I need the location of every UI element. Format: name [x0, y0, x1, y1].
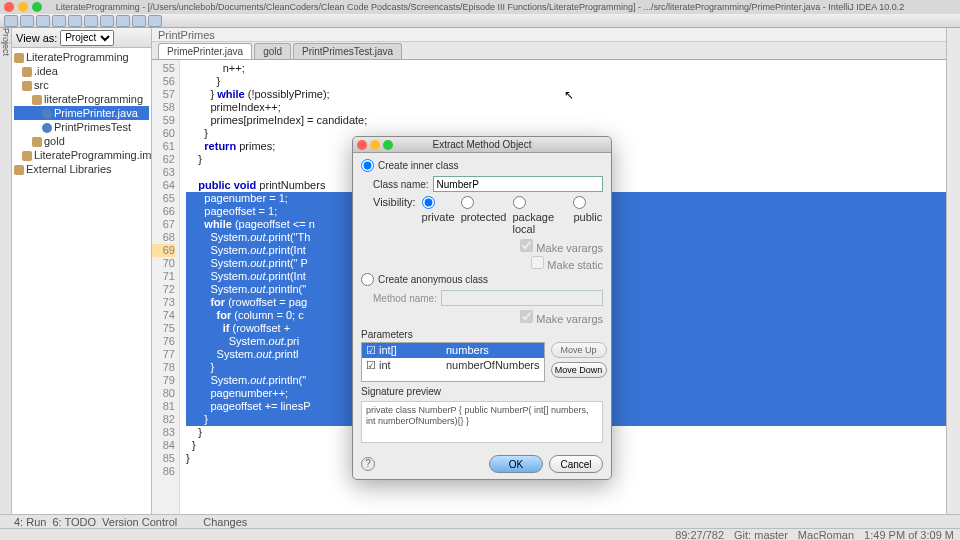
- line-number: 73: [152, 296, 175, 309]
- close-icon[interactable]: [4, 2, 14, 12]
- breadcrumb-item[interactable]: PrintPrimes: [158, 29, 215, 41]
- tree-item[interactable]: src: [14, 78, 149, 92]
- parameters-list[interactable]: ☑ int[]numbers☑ intnumberOfNumbers: [361, 342, 545, 382]
- main-toolbar: [0, 14, 960, 28]
- breadcrumbs[interactable]: PrintPrimes: [152, 28, 946, 42]
- visibility-public-radio[interactable]: [573, 196, 586, 209]
- toolbar-button[interactable]: [36, 15, 50, 27]
- line-number: 77: [152, 348, 175, 361]
- toolbar-button[interactable]: [4, 15, 18, 27]
- toolbar-button[interactable]: [116, 15, 130, 27]
- signature-preview-label: Signature preview: [361, 386, 603, 397]
- make-static-checkbox: [531, 256, 544, 269]
- toolbar-button[interactable]: [148, 15, 162, 27]
- toolbar-button[interactable]: [52, 15, 66, 27]
- editor-tab[interactable]: gold: [254, 43, 291, 59]
- line-number: 71: [152, 270, 175, 283]
- visibility-private-radio[interactable]: [422, 196, 435, 209]
- create-anonymous-class-radio[interactable]: [361, 273, 374, 286]
- create-inner-class-radio[interactable]: [361, 159, 374, 172]
- line-number: 85: [152, 452, 175, 465]
- parameter-row[interactable]: ☑ intnumberOfNumbers: [362, 358, 544, 373]
- method-name-input: [441, 290, 603, 306]
- toolbar-button[interactable]: [20, 15, 34, 27]
- line-number: 80: [152, 387, 175, 400]
- tree-item-label: literateProgramming: [44, 93, 143, 105]
- mouse-cursor-icon: ↖: [564, 88, 574, 102]
- tree-item[interactable]: gold: [14, 134, 149, 148]
- bottom-tab-vcs[interactable]: Version Control: [102, 516, 177, 528]
- parameter-row[interactable]: ☑ int[]numbers: [362, 343, 544, 358]
- caret-position: 89:27/782: [675, 529, 724, 541]
- close-icon[interactable]: [357, 140, 367, 150]
- signature-preview: private class NumberP { public NumberP( …: [361, 401, 603, 443]
- bottom-tab-todo[interactable]: 6: TODO: [52, 516, 96, 528]
- toolbar-button[interactable]: [84, 15, 98, 27]
- line-number: 65: [152, 192, 175, 205]
- visibility-label: Visibility:: [373, 196, 416, 235]
- visibility-package-radio[interactable]: [513, 196, 526, 209]
- make-varargs-checkbox-2: [520, 310, 533, 323]
- editor-tab[interactable]: PrintPrimesTest.java: [293, 43, 402, 59]
- encoding[interactable]: MacRoman: [798, 529, 854, 541]
- tree-item-label: PrintPrimesTest: [54, 121, 131, 133]
- ok-button[interactable]: OK: [489, 455, 543, 473]
- tree-item-label: .idea: [34, 65, 58, 77]
- class-name-input[interactable]: [433, 176, 603, 192]
- clock: 1:49 PM of 3:09 M: [864, 529, 954, 541]
- line-number: 86: [152, 465, 175, 478]
- line-number: 76: [152, 335, 175, 348]
- help-icon[interactable]: ?: [361, 457, 375, 471]
- tree-item-label: External Libraries: [26, 163, 112, 175]
- tree-item[interactable]: External Libraries: [14, 162, 149, 176]
- toolbar-button[interactable]: [132, 15, 146, 27]
- right-tool-stripe[interactable]: [946, 28, 960, 522]
- editor-tabs: PrimePrinter.javagoldPrintPrimesTest.jav…: [152, 42, 946, 60]
- cancel-button[interactable]: Cancel: [549, 455, 603, 473]
- minimize-icon[interactable]: [18, 2, 28, 12]
- folder-icon: [14, 165, 24, 175]
- editor-tab[interactable]: PrimePrinter.java: [158, 43, 252, 59]
- minimize-icon[interactable]: [370, 140, 380, 150]
- bottom-tab-run[interactable]: 4: Run: [14, 516, 46, 528]
- tree-item-label: src: [34, 79, 49, 91]
- line-number: 75: [152, 322, 175, 335]
- statusbar: 89:27/782 Git: master MacRoman 1:49 PM o…: [0, 528, 960, 540]
- move-up-button[interactable]: Move Up: [551, 342, 607, 358]
- line-number: 78: [152, 361, 175, 374]
- tree-item[interactable]: PrintPrimesTest: [14, 120, 149, 134]
- code-line[interactable]: n++;: [186, 62, 946, 75]
- tree-item[interactable]: literateProgramming: [14, 92, 149, 106]
- extract-method-object-dialog: Extract Method Object Create inner class…: [352, 136, 612, 480]
- view-as-select[interactable]: Project: [60, 30, 114, 46]
- code-line[interactable]: primeIndex++;: [186, 101, 946, 114]
- line-number: 62: [152, 153, 175, 166]
- zoom-icon[interactable]: [32, 2, 42, 12]
- zoom-icon[interactable]: [383, 140, 393, 150]
- code-line[interactable]: primes[primeIndex] = candidate;: [186, 114, 946, 127]
- git-branch[interactable]: Git: master: [734, 529, 788, 541]
- tree-item[interactable]: LiterateProgramming: [14, 50, 149, 64]
- dialog-window-controls: [357, 140, 393, 150]
- titlebar: LiterateProgramming - [/Users/unclebob/D…: [0, 0, 960, 14]
- tree-item-label: LiterateProgramming.iml: [34, 149, 154, 161]
- code-line[interactable]: }: [186, 75, 946, 88]
- toolbar-button[interactable]: [68, 15, 82, 27]
- left-tool-stripe[interactable]: Project: [0, 28, 12, 522]
- parameters-label: Parameters: [361, 329, 603, 340]
- line-number: 68: [152, 231, 175, 244]
- tree-item[interactable]: LiterateProgramming.iml: [14, 148, 149, 162]
- method-name-label: Method name:: [373, 293, 437, 304]
- class-name-label: Class name:: [373, 179, 429, 190]
- bottom-tab-changes[interactable]: Changes: [203, 516, 247, 528]
- visibility-protected-radio[interactable]: [461, 196, 474, 209]
- view-as-label: View as:: [16, 32, 57, 44]
- bottom-tool-tabs: 4: Run 6: TODO Version Control Changes: [0, 514, 960, 528]
- make-varargs-checkbox: [520, 239, 533, 252]
- project-tree[interactable]: LiterateProgramming.ideasrcliterateProgr…: [12, 48, 151, 178]
- toolbar-button[interactable]: [100, 15, 114, 27]
- move-down-button[interactable]: Move Down: [551, 362, 607, 378]
- line-number: 61: [152, 140, 175, 153]
- tree-item[interactable]: PrimePrinter.java: [14, 106, 149, 120]
- tree-item[interactable]: .idea: [14, 64, 149, 78]
